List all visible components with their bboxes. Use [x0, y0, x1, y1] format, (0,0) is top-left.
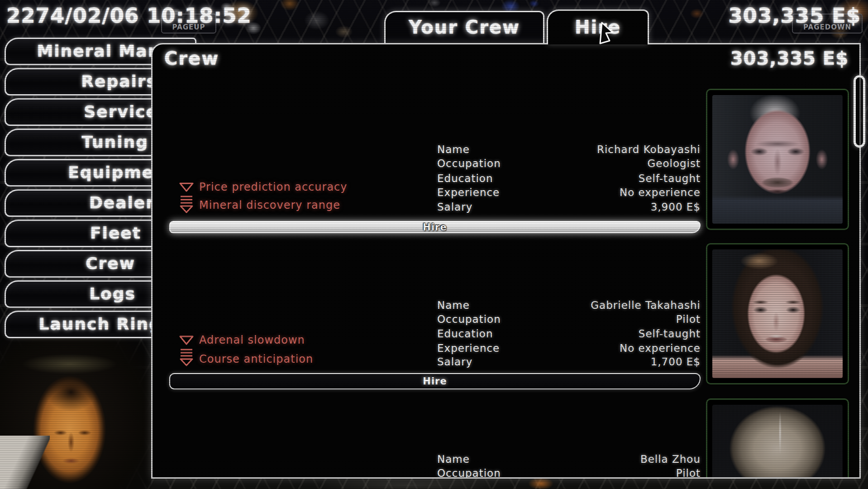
candidate-portrait: [706, 89, 849, 230]
candidate-education: Self-taught: [469, 328, 701, 340]
candidate-experience: No experience: [469, 342, 701, 355]
trait-label: Mineral discovery range: [199, 199, 340, 211]
candidate-portrait: [706, 398, 849, 479]
portrait-image: [712, 95, 843, 224]
candidate-education: Self-taught: [469, 173, 701, 185]
field-label-name: Name: [437, 453, 470, 466]
candidate-name: Gabrielle Takahashi: [469, 299, 701, 312]
trait-label: Course anticipation: [199, 353, 313, 365]
candidate-name: Bella Zhou: [469, 453, 701, 466]
candidate-salary: 1,700 E$: [469, 356, 701, 369]
hire-button[interactable]: Hire: [169, 221, 701, 233]
game-datetime: 2274/02/06 10:18:52: [6, 4, 252, 28]
field-label-name: Name: [437, 299, 470, 312]
hire-button[interactable]: Hire: [169, 373, 701, 389]
tab-your-crew[interactable]: Your Crew: [384, 11, 544, 43]
player-money: 303,335 E$: [728, 4, 861, 28]
down-stack-icon: [179, 195, 194, 216]
candidate-portrait: [706, 243, 849, 384]
candidate-occupation: Geologist: [469, 158, 701, 170]
panel-money: 303,335 E$: [730, 48, 849, 69]
down-stack-icon: [179, 348, 194, 369]
down-chevron-icon: [179, 335, 194, 347]
field-label-name: Name: [437, 144, 470, 156]
player-avatar-shoulder: [0, 436, 50, 489]
trait-label: Price prediction accuracy: [199, 181, 348, 193]
field-label-salary: Salary: [437, 201, 472, 214]
game-screen: PAGEUP PAGEDOWN 2274/02/06 10:18:52 303,…: [0, 0, 868, 489]
candidate-occupation: Pilot: [469, 467, 701, 479]
candidate-salary: 3,900 E$: [469, 201, 701, 214]
field-label-salary: Salary: [437, 356, 472, 369]
candidate-experience: No experience: [469, 187, 701, 199]
mouse-cursor-icon: [596, 19, 617, 47]
page-title: Crew: [164, 48, 219, 69]
portrait-image: [712, 405, 843, 479]
panel-scrollbar[interactable]: [854, 75, 865, 148]
portrait-image: [712, 249, 843, 378]
crew-panel: Crew 303,335 E$ Name Richard Kobayashi O…: [151, 43, 861, 479]
candidate-occupation: Pilot: [469, 313, 701, 326]
down-chevron-icon: [179, 182, 194, 194]
candidate-name: Richard Kobayashi: [469, 144, 701, 156]
trait-label: Adrenal slowdown: [199, 334, 305, 346]
